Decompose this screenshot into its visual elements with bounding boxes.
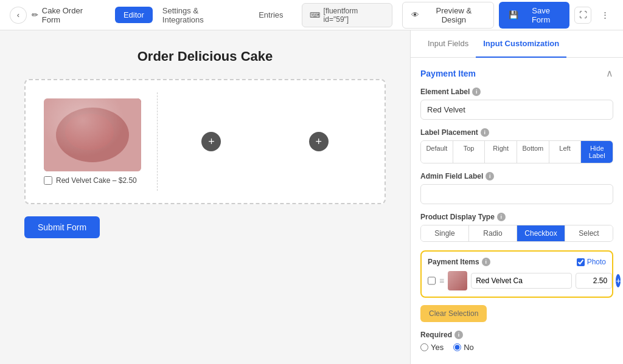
element-label-info-icon: i xyxy=(472,88,481,96)
item-price-input[interactable] xyxy=(576,273,612,289)
top-nav: ‹ ✏ Cake Order Form Editor Settings & In… xyxy=(0,0,623,30)
element-label-group: Element Label i xyxy=(420,88,613,120)
required-heading: Required i xyxy=(420,331,613,339)
display-radio[interactable]: Radio xyxy=(469,225,517,241)
panel-tabs: Input Fields Input Customization xyxy=(411,30,623,58)
label-placement-info-icon: i xyxy=(481,128,489,137)
save-icon: 💾 xyxy=(509,10,518,19)
form-title-area: ✏ Cake Order Form xyxy=(32,6,103,24)
cake-label: Red Velvet Cake – $2.50 xyxy=(56,176,137,185)
product-display-heading: Product Display Type i xyxy=(420,213,613,221)
clear-selection-button[interactable]: Clear Selection xyxy=(420,305,487,322)
cake-item-block: Red Velvet Cake – $2.50 xyxy=(38,92,158,191)
cake-checkbox-label: Red Velvet Cake – $2.50 xyxy=(44,176,151,185)
section-title: Payment Item xyxy=(420,69,476,78)
shortcode-text: [fluentform id="59"] xyxy=(324,7,385,24)
tab-editor[interactable]: Editor xyxy=(115,7,153,23)
item-add-button[interactable]: + xyxy=(616,274,621,287)
element-label-input[interactable] xyxy=(420,100,613,120)
placement-default[interactable]: Default xyxy=(421,141,453,163)
required-radio-group: Yes No xyxy=(420,343,613,352)
add-field-button-1[interactable]: + xyxy=(201,132,221,151)
form-container: Red Velvet Cake – $2.50 + + xyxy=(24,79,386,204)
payment-item-row: ≡ + − xyxy=(428,271,606,290)
admin-field-label-heading: Admin Field Label i xyxy=(420,172,613,180)
required-info-icon: i xyxy=(454,331,463,339)
placement-right[interactable]: Right xyxy=(485,141,517,163)
product-display-options: Single Radio Checkbox Select xyxy=(420,225,613,242)
save-button[interactable]: 💾 Save Form xyxy=(499,2,570,29)
nav-tabs: Editor Settings & Integrations Entries xyxy=(115,2,292,28)
item-name-input[interactable] xyxy=(471,273,572,289)
section-header: Payment Item ∧ xyxy=(420,67,613,79)
admin-field-label-input[interactable] xyxy=(420,184,613,204)
photo-checkbox-label: Photo xyxy=(577,258,606,266)
empty-slot-1: + xyxy=(158,92,265,191)
empty-slot-2: + xyxy=(265,92,372,191)
product-display-info-icon: i xyxy=(497,213,506,221)
main-layout: Order Delicious Cake Red Velvet Cake – $… xyxy=(0,30,623,364)
placement-bottom[interactable]: Bottom xyxy=(517,141,549,163)
display-single[interactable]: Single xyxy=(421,225,469,241)
canvas-area: Order Delicious Cake Red Velvet Cake – $… xyxy=(0,30,410,364)
section-collapse-button[interactable]: ∧ xyxy=(606,67,613,79)
item-thumbnail xyxy=(448,271,467,290)
product-display-type-group: Product Display Type i Single Radio Chec… xyxy=(420,213,613,242)
payment-items-section: Payment Items i Photo ≡ + − xyxy=(420,250,613,298)
label-placement-group: Label Placement i Default Top Right Bott… xyxy=(420,128,613,163)
required-no-radio[interactable] xyxy=(453,343,461,351)
payment-items-header: Payment Items i Photo xyxy=(428,258,606,266)
shortcode-display[interactable]: ⌨ [fluentform id="59"] xyxy=(302,3,393,27)
form-icon: ✏ xyxy=(32,10,38,19)
cake-checkbox[interactable] xyxy=(44,176,52,185)
label-placement-options: Default Top Right Bottom Left Hide Label xyxy=(420,140,613,163)
tab-input-fields[interactable]: Input Fields xyxy=(420,30,476,58)
cake-image xyxy=(44,98,141,171)
admin-field-label-group: Admin Field Label i xyxy=(420,172,613,204)
payment-items-info-icon: i xyxy=(482,258,490,266)
item-checkbox[interactable] xyxy=(428,276,436,285)
payment-items-label: Payment Items i xyxy=(428,258,490,266)
tab-settings[interactable]: Settings & Integrations xyxy=(154,2,249,28)
submit-button[interactable]: Submit Form xyxy=(24,216,100,238)
label-placement-heading: Label Placement i xyxy=(420,128,613,137)
admin-field-info-icon: i xyxy=(486,172,494,180)
placement-top[interactable]: Top xyxy=(453,141,486,163)
photo-checkbox[interactable] xyxy=(577,258,585,266)
more-options-button[interactable]: ⋮ xyxy=(596,7,613,24)
panel-body: Payment Item ∧ Element Label i Label Pla… xyxy=(411,58,623,364)
display-checkbox[interactable]: Checkbox xyxy=(517,225,565,241)
placement-left[interactable]: Left xyxy=(549,141,582,163)
tab-input-customization[interactable]: Input Customization xyxy=(476,30,566,58)
form-title: Order Delicious Cake xyxy=(24,49,386,64)
eye-icon: 👁 xyxy=(411,10,419,19)
required-no-label[interactable]: No xyxy=(453,343,474,352)
preview-button[interactable]: 👁 Preview & Design xyxy=(402,2,494,29)
form-name-label: Cake Order Form xyxy=(42,6,103,24)
back-button[interactable]: ‹ xyxy=(10,7,27,24)
required-yes-radio[interactable] xyxy=(420,343,428,351)
required-group: Required i Yes No xyxy=(420,331,613,352)
display-select[interactable]: Select xyxy=(565,225,613,241)
form-row: Red Velvet Cake – $2.50 + + xyxy=(38,92,372,191)
placement-hide-label[interactable]: Hide Label xyxy=(581,141,613,163)
required-yes-label[interactable]: Yes xyxy=(420,343,444,352)
add-field-button-2[interactable]: + xyxy=(309,132,329,151)
right-panel: Input Fields Input Customization Payment… xyxy=(410,30,623,364)
tab-entries[interactable]: Entries xyxy=(250,7,291,23)
submit-btn-wrapper: Submit Form xyxy=(24,216,386,238)
element-label-heading: Element Label i xyxy=(420,88,613,96)
shortcode-icon: ⌨ xyxy=(310,11,320,19)
fullscreen-button[interactable]: ⛶ xyxy=(574,7,591,24)
drag-handle-icon[interactable]: ≡ xyxy=(439,276,444,286)
